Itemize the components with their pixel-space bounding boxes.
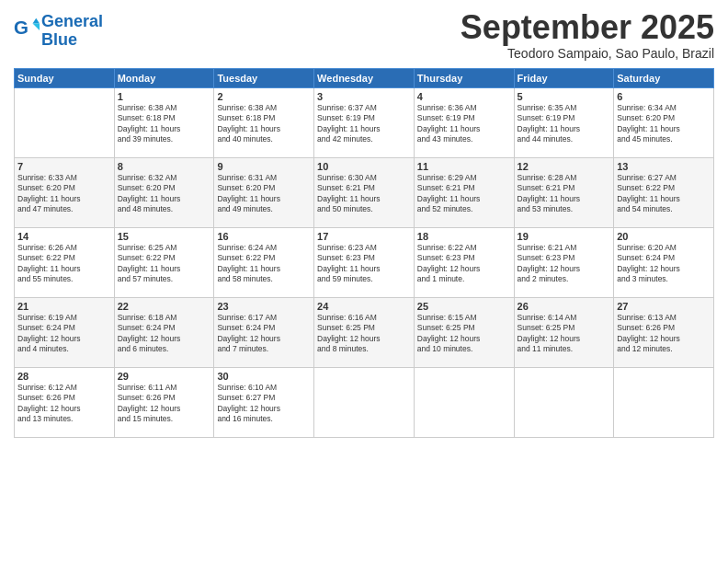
calendar-cell: 16Sunrise: 6:24 AM Sunset: 6:22 PM Dayli…: [214, 227, 314, 297]
calendar-cell: 17Sunrise: 6:23 AM Sunset: 6:23 PM Dayli…: [314, 227, 415, 297]
day-info: Sunrise: 6:25 AM Sunset: 6:22 PM Dayligh…: [118, 243, 211, 285]
col-header-friday: Friday: [514, 68, 614, 87]
day-info: Sunrise: 6:19 AM Sunset: 6:24 PM Dayligh…: [17, 313, 111, 355]
svg-marker-2: [33, 23, 40, 29]
calendar-cell: 28Sunrise: 6:12 AM Sunset: 6:26 PM Dayli…: [15, 367, 115, 437]
calendar-cell: [314, 367, 415, 437]
logo: G General Blue: [14, 13, 103, 50]
day-number: 17: [317, 231, 411, 242]
calendar-cell: 1Sunrise: 6:38 AM Sunset: 6:18 PM Daylig…: [114, 87, 214, 157]
calendar-cell: 14Sunrise: 6:26 AM Sunset: 6:22 PM Dayli…: [15, 227, 115, 297]
day-number: 16: [217, 231, 311, 242]
col-header-wednesday: Wednesday: [314, 68, 415, 87]
day-number: 1: [118, 91, 211, 102]
calendar-cell: 15Sunrise: 6:25 AM Sunset: 6:22 PM Dayli…: [114, 227, 214, 297]
calendar-table: SundayMondayTuesdayWednesdayThursdayFrid…: [14, 68, 714, 438]
day-number: 6: [617, 91, 711, 102]
day-number: 28: [17, 371, 111, 382]
calendar-cell: 5Sunrise: 6:35 AM Sunset: 6:19 PM Daylig…: [514, 87, 614, 157]
day-number: 11: [417, 161, 511, 172]
logo-icon: G: [14, 17, 40, 42]
day-number: 22: [118, 301, 211, 312]
day-info: Sunrise: 6:10 AM Sunset: 6:27 PM Dayligh…: [217, 383, 311, 425]
calendar-cell: 19Sunrise: 6:21 AM Sunset: 6:23 PM Dayli…: [514, 227, 614, 297]
calendar-week-row: 28Sunrise: 6:12 AM Sunset: 6:26 PM Dayli…: [15, 367, 714, 437]
calendar-cell: 7Sunrise: 6:33 AM Sunset: 6:20 PM Daylig…: [15, 157, 115, 227]
day-number: 23: [217, 301, 311, 312]
day-info: Sunrise: 6:27 AM Sunset: 6:22 PM Dayligh…: [617, 173, 711, 215]
calendar-cell: [614, 367, 714, 437]
calendar-cell: 21Sunrise: 6:19 AM Sunset: 6:24 PM Dayli…: [15, 297, 115, 367]
day-number: 25: [417, 301, 511, 312]
calendar-cell: 22Sunrise: 6:18 AM Sunset: 6:24 PM Dayli…: [114, 297, 214, 367]
day-info: Sunrise: 6:30 AM Sunset: 6:21 PM Dayligh…: [317, 173, 411, 215]
day-info: Sunrise: 6:22 AM Sunset: 6:23 PM Dayligh…: [417, 243, 511, 285]
col-header-saturday: Saturday: [614, 68, 714, 87]
calendar-week-row: 14Sunrise: 6:26 AM Sunset: 6:22 PM Dayli…: [15, 227, 714, 297]
calendar-cell: 26Sunrise: 6:14 AM Sunset: 6:25 PM Dayli…: [514, 297, 614, 367]
day-info: Sunrise: 6:23 AM Sunset: 6:23 PM Dayligh…: [317, 243, 411, 285]
calendar-cell: 11Sunrise: 6:29 AM Sunset: 6:21 PM Dayli…: [414, 157, 514, 227]
calendar-cell: [414, 367, 514, 437]
day-number: 27: [617, 301, 711, 312]
day-info: Sunrise: 6:29 AM Sunset: 6:21 PM Dayligh…: [417, 173, 511, 215]
day-number: 20: [617, 231, 711, 242]
day-number: 26: [518, 301, 611, 312]
day-number: 7: [17, 161, 111, 172]
day-info: Sunrise: 6:11 AM Sunset: 6:26 PM Dayligh…: [118, 383, 211, 425]
day-info: Sunrise: 6:13 AM Sunset: 6:26 PM Dayligh…: [617, 313, 711, 355]
day-number: 24: [317, 301, 411, 312]
day-number: 29: [118, 371, 211, 382]
day-info: Sunrise: 6:21 AM Sunset: 6:23 PM Dayligh…: [518, 243, 611, 285]
day-number: 10: [317, 161, 411, 172]
day-info: Sunrise: 6:12 AM Sunset: 6:26 PM Dayligh…: [17, 383, 111, 425]
calendar-cell: 24Sunrise: 6:16 AM Sunset: 6:25 PM Dayli…: [314, 297, 415, 367]
calendar-cell: 23Sunrise: 6:17 AM Sunset: 6:24 PM Dayli…: [214, 297, 314, 367]
logo-line1: General: [41, 12, 103, 30]
col-header-thursday: Thursday: [414, 68, 514, 87]
day-info: Sunrise: 6:20 AM Sunset: 6:24 PM Dayligh…: [617, 243, 711, 285]
day-number: 3: [317, 91, 411, 102]
calendar-cell: 4Sunrise: 6:36 AM Sunset: 6:19 PM Daylig…: [414, 87, 514, 157]
calendar-cell: 27Sunrise: 6:13 AM Sunset: 6:26 PM Dayli…: [614, 297, 714, 367]
calendar-header-row: SundayMondayTuesdayWednesdayThursdayFrid…: [15, 68, 714, 87]
calendar-cell: 18Sunrise: 6:22 AM Sunset: 6:23 PM Dayli…: [414, 227, 514, 297]
day-info: Sunrise: 6:34 AM Sunset: 6:20 PM Dayligh…: [617, 103, 711, 145]
calendar-cell: 8Sunrise: 6:32 AM Sunset: 6:20 PM Daylig…: [114, 157, 214, 227]
col-header-tuesday: Tuesday: [214, 68, 314, 87]
day-info: Sunrise: 6:38 AM Sunset: 6:18 PM Dayligh…: [217, 103, 311, 145]
day-number: 18: [417, 231, 511, 242]
day-number: 14: [17, 231, 111, 242]
day-info: Sunrise: 6:37 AM Sunset: 6:19 PM Dayligh…: [317, 103, 411, 145]
day-number: 4: [417, 91, 511, 102]
day-info: Sunrise: 6:26 AM Sunset: 6:22 PM Dayligh…: [17, 243, 111, 285]
calendar-cell: 13Sunrise: 6:27 AM Sunset: 6:22 PM Dayli…: [614, 157, 714, 227]
day-number: 30: [217, 371, 311, 382]
calendar-cell: 9Sunrise: 6:31 AM Sunset: 6:20 PM Daylig…: [214, 157, 314, 227]
col-header-monday: Monday: [114, 68, 214, 87]
calendar-cell: 6Sunrise: 6:34 AM Sunset: 6:20 PM Daylig…: [614, 87, 714, 157]
location-subtitle: Teodoro Sampaio, Sao Paulo, Brazil: [461, 46, 714, 61]
col-header-sunday: Sunday: [15, 68, 115, 87]
calendar-cell: [514, 367, 614, 437]
page-header: G General Blue September 2025 Teodoro Sa…: [14, 9, 714, 61]
day-info: Sunrise: 6:32 AM Sunset: 6:20 PM Dayligh…: [118, 173, 211, 215]
day-number: 12: [518, 161, 611, 172]
day-info: Sunrise: 6:18 AM Sunset: 6:24 PM Dayligh…: [118, 313, 211, 355]
day-info: Sunrise: 6:38 AM Sunset: 6:18 PM Dayligh…: [118, 103, 211, 145]
calendar-cell: 25Sunrise: 6:15 AM Sunset: 6:25 PM Dayli…: [414, 297, 514, 367]
day-number: 19: [518, 231, 611, 242]
day-number: 21: [17, 301, 111, 312]
day-info: Sunrise: 6:33 AM Sunset: 6:20 PM Dayligh…: [17, 173, 111, 215]
day-info: Sunrise: 6:14 AM Sunset: 6:25 PM Dayligh…: [518, 313, 611, 355]
day-info: Sunrise: 6:31 AM Sunset: 6:20 PM Dayligh…: [217, 173, 311, 215]
calendar-cell: 30Sunrise: 6:10 AM Sunset: 6:27 PM Dayli…: [214, 367, 314, 437]
day-info: Sunrise: 6:28 AM Sunset: 6:21 PM Dayligh…: [518, 173, 611, 215]
day-info: Sunrise: 6:17 AM Sunset: 6:24 PM Dayligh…: [217, 313, 311, 355]
calendar-cell: 20Sunrise: 6:20 AM Sunset: 6:24 PM Dayli…: [614, 227, 714, 297]
day-number: 5: [518, 91, 611, 102]
day-info: Sunrise: 6:16 AM Sunset: 6:25 PM Dayligh…: [317, 313, 411, 355]
day-info: Sunrise: 6:36 AM Sunset: 6:19 PM Dayligh…: [417, 103, 511, 145]
month-title: September 2025: [461, 9, 714, 46]
svg-text:G: G: [14, 17, 28, 38]
